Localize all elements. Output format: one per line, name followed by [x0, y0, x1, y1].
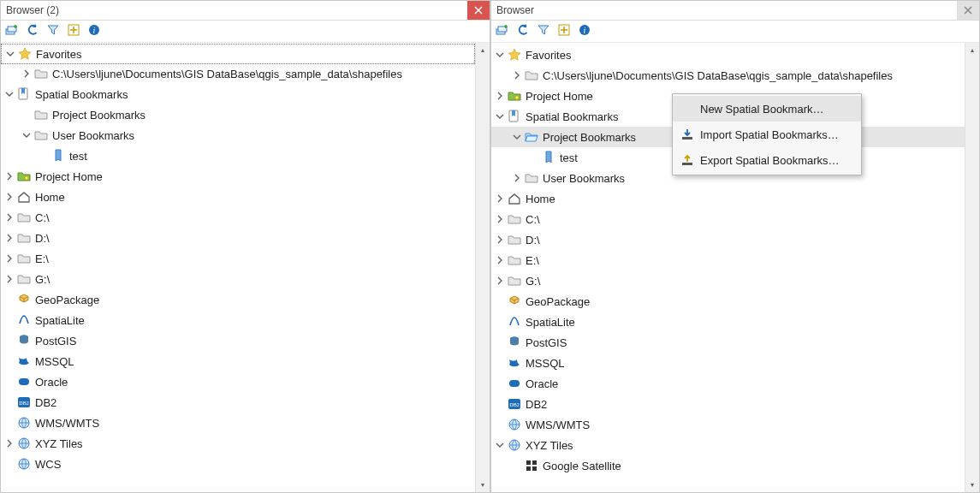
refresh-button[interactable] [515, 24, 531, 39]
refresh-button[interactable] [25, 24, 40, 39]
menu-item[interactable]: Export Spatial Bookmarks… [673, 147, 861, 173]
tree-item[interactable]: DB2DB2 [1, 392, 475, 413]
scroll-down-button[interactable]: ▾ [965, 478, 979, 492]
tree-item[interactable]: Favorites [1, 44, 475, 64]
scroll-up-button[interactable]: ▴ [476, 43, 490, 57]
tree-item-label: C:\Users\ljune\Documents\GIS DataBase\qg… [52, 68, 402, 80]
collapse-toggle[interactable] [493, 438, 507, 452]
tree-item[interactable]: C:\Users\ljune\Documents\GIS DataBase\qg… [1, 63, 475, 84]
expand-toggle[interactable] [493, 89, 507, 103]
tree-item[interactable]: SpatiaLite [491, 312, 965, 332]
add-layer-button[interactable] [4, 24, 20, 39]
tree-item[interactable]: C:\Users\ljune\Documents\GIS DataBase\qg… [491, 65, 965, 86]
expand-toggle[interactable] [3, 272, 16, 286]
tree-item[interactable]: PostGIS [1, 330, 475, 351]
mssql-icon [507, 355, 522, 371]
tree-item[interactable]: SpatiaLite [1, 310, 475, 330]
tree-item-label: test [560, 151, 578, 164]
globe-icon [16, 436, 32, 451]
vertical-scrollbar[interactable]: ▴ ▾ [475, 43, 490, 492]
tree-item[interactable]: E:\ [491, 250, 965, 270]
spatialite-icon [507, 314, 522, 330]
tree-item[interactable]: DB2DB2 [491, 394, 965, 414]
tree-item[interactable]: Home [1, 187, 475, 207]
tree-item-label: MSSQL [526, 357, 565, 370]
menu-item[interactable]: Import Spatial Bookmarks… [673, 122, 861, 147]
tree-item[interactable]: MSSQL [1, 351, 475, 371]
tree-item[interactable]: WMS/WMTS [491, 414, 965, 435]
tree-item[interactable]: C:\ [491, 209, 965, 229]
expand-toggle[interactable] [3, 437, 16, 450]
add-layer-button[interactable] [495, 24, 510, 39]
expand-toggle[interactable] [493, 253, 507, 267]
scroll-up-button[interactable]: ▴ [965, 43, 979, 57]
tree-item[interactable]: User Bookmarks [1, 125, 475, 146]
tree-item[interactable]: GeoPackage [491, 291, 965, 312]
filter-button[interactable] [536, 24, 551, 39]
collapse-toggle[interactable] [20, 128, 33, 142]
collapse-toggle[interactable] [493, 110, 507, 123]
expand-toggle[interactable] [510, 68, 524, 82]
collapse-all-button[interactable] [556, 24, 572, 39]
collapse-toggle[interactable] [510, 130, 524, 144]
expand-toggle[interactable] [3, 169, 16, 183]
expand-toggle[interactable] [20, 67, 33, 80]
project-icon [16, 169, 32, 184]
home-icon [507, 191, 522, 206]
tree-item-label: SpatiaLite [526, 316, 575, 329]
filter-button[interactable] [45, 24, 61, 39]
info-button[interactable]: i [86, 24, 102, 39]
scroll-down-button[interactable]: ▾ [476, 478, 490, 492]
tree-item[interactable]: Spatial Bookmarks [1, 84, 475, 104]
tree-item[interactable]: Favorites [491, 45, 965, 65]
info-button[interactable]: i [577, 24, 592, 39]
close-button[interactable] [467, 1, 490, 20]
tree-item-label: User Bookmarks [543, 172, 625, 185]
tree-item[interactable]: GeoPackage [1, 289, 475, 310]
tree-item[interactable]: G:\ [1, 269, 475, 289]
expand-toggle[interactable] [3, 211, 16, 224]
browser-tree[interactable]: FavoritesC:\Users\ljune\Documents\GIS Da… [1, 43, 475, 492]
titlebar[interactable]: Browser [491, 1, 979, 21]
project-icon [507, 88, 522, 104]
expand-toggle[interactable] [493, 274, 507, 288]
collapse-all-button[interactable] [66, 24, 81, 39]
tree-item[interactable]: D:\ [1, 228, 475, 248]
expand-toggle[interactable] [3, 190, 16, 204]
svg-rect-32 [682, 163, 692, 165]
tree-item[interactable]: Home [491, 188, 965, 209]
expand-toggle[interactable] [510, 171, 524, 185]
star-icon [507, 47, 522, 62]
tree-item[interactable]: Project Home [1, 166, 475, 187]
tree-item[interactable]: test [1, 146, 475, 166]
menu-item[interactable]: New Spatial Bookmark… [673, 96, 861, 122]
tree-item[interactable]: XYZ Tiles [491, 435, 965, 455]
tree-item[interactable]: WMS/WMTS [1, 413, 475, 433]
tree-item[interactable]: G:\ [491, 270, 965, 291]
collapse-toggle[interactable] [3, 87, 16, 101]
tree-item[interactable]: PostGIS [491, 332, 965, 353]
expand-toggle[interactable] [493, 192, 507, 205]
tree-item[interactable]: WCS [1, 454, 475, 474]
vertical-scrollbar[interactable]: ▴ ▾ [965, 43, 979, 492]
context-menu[interactable]: New Spatial Bookmark…Import Spatial Book… [672, 93, 862, 175]
close-button[interactable] [957, 1, 979, 20]
tree-item[interactable]: XYZ Tiles [1, 433, 475, 454]
collapse-toggle[interactable] [493, 48, 507, 62]
tree-item[interactable]: Project Bookmarks [1, 104, 475, 125]
expand-toggle[interactable] [3, 252, 16, 265]
expand-toggle[interactable] [493, 212, 507, 226]
tree-item[interactable]: Google Satellite [491, 455, 965, 476]
collapse-toggle[interactable] [3, 47, 17, 61]
postgis-icon [507, 335, 522, 350]
titlebar[interactable]: Browser (2) [1, 1, 490, 21]
tree-item[interactable]: E:\ [1, 248, 475, 269]
tree-item-label: PostGIS [526, 336, 567, 349]
expand-toggle[interactable] [3, 231, 16, 245]
tree-item[interactable]: MSSQL [491, 353, 965, 373]
tree-item[interactable]: C:\ [1, 207, 475, 228]
tree-item[interactable]: D:\ [491, 229, 965, 250]
tree-item[interactable]: Oracle [491, 373, 965, 394]
tree-item[interactable]: Oracle [1, 371, 475, 392]
expand-toggle[interactable] [493, 233, 507, 246]
